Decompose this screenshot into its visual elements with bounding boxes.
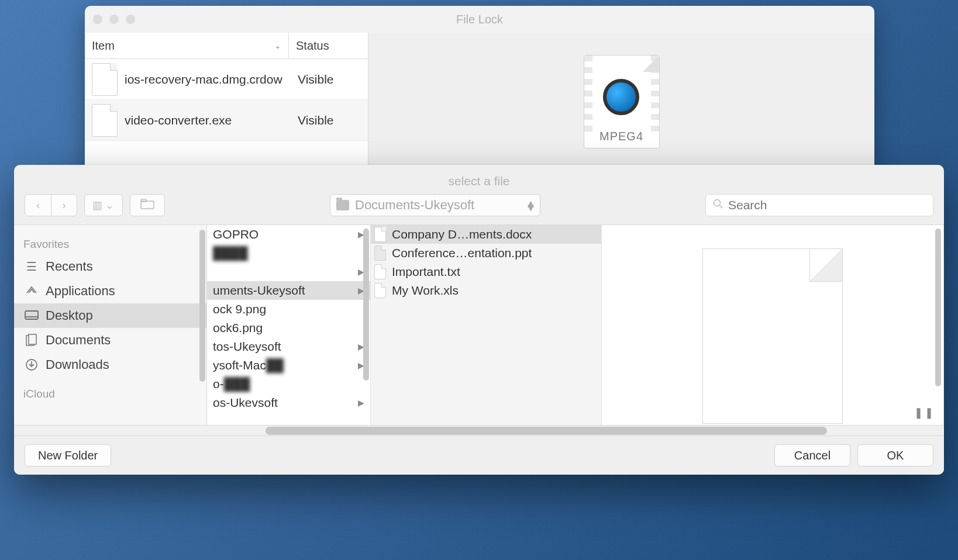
svg-rect-4: [25, 311, 38, 319]
search-input[interactable]: [728, 198, 926, 212]
list-item[interactable]: Company D…ments.docx: [371, 225, 601, 244]
list-item-label: Company D…ments.docx: [392, 227, 532, 241]
list-item[interactable]: o-███: [207, 375, 370, 393]
pause-icon: ❚❚: [914, 406, 935, 419]
dialog-title: select a file: [14, 165, 944, 194]
scrollbar[interactable]: [935, 229, 941, 386]
dialog-footer: New Folder Cancel OK: [14, 435, 944, 475]
sidebar-item-applications[interactable]: Applications: [14, 279, 206, 303]
minimize-icon[interactable]: [109, 15, 119, 24]
nav-segment: ‹ ›: [25, 194, 77, 216]
sidebar-item-downloads[interactable]: Downloads: [14, 352, 206, 377]
column-1: GOPRO▶ ████ ▶ uments-Ukeysoft▶ ock 9.png…: [207, 225, 371, 425]
file-name: ios-recovery-mac.dmg.crdow: [125, 72, 298, 87]
path-label: Documents-Ukeysoft: [355, 198, 522, 213]
chevron-right-icon: ▶: [358, 398, 364, 407]
list-item[interactable]: ysoft-Mac██▶: [207, 356, 370, 375]
list-item[interactable]: uments-Ukeysoft▶: [207, 281, 370, 300]
file-icon: [92, 104, 118, 137]
list-item-label: Conference…entation.ppt: [392, 246, 532, 260]
list-item[interactable]: My Work.xls: [371, 281, 601, 300]
list-item[interactable]: ock 9.png: [207, 300, 370, 319]
list-item[interactable]: Conference…entation.ppt: [371, 244, 601, 262]
list-item-label: ock 9.png: [213, 302, 266, 316]
list-item-label: os-Ukevsoft: [213, 396, 278, 410]
column-headers: Item ⌄ Status: [85, 33, 368, 59]
updown-icon: ▴▾: [528, 201, 534, 209]
column-header-item[interactable]: Item ⌄: [85, 33, 289, 58]
column-header-item-label: Item: [92, 39, 115, 53]
list-item[interactable]: Important.txt: [371, 262, 601, 281]
svg-rect-1: [141, 199, 146, 202]
file-name: video-converter.exe: [125, 113, 298, 127]
sidebar-heading-icloud: iCloud: [14, 385, 206, 404]
search-field[interactable]: [705, 194, 933, 216]
folder-icon: [140, 199, 154, 212]
sidebar: Favorites ☰ Recents Applications Desktop: [14, 225, 207, 425]
scrollbar[interactable]: [363, 229, 369, 381]
traffic-lights: [93, 15, 135, 24]
toolbar: ‹ › ▥ ⌄ Documents-Ukeysoft ▴▾: [14, 194, 944, 224]
search-icon: [713, 199, 723, 212]
document-icon: [374, 264, 386, 279]
downloads-icon: [25, 359, 39, 371]
close-icon[interactable]: [93, 15, 102, 24]
list-item-label: uments-Ukeysoft: [213, 284, 305, 298]
list-item-label: o-███: [213, 377, 250, 391]
mpeg4-preview: MPEG4: [584, 55, 660, 148]
preview-pane: ❚❚: [602, 225, 944, 425]
sidebar-item-desktop[interactable]: Desktop: [14, 303, 206, 328]
path-dropdown[interactable]: Documents-Ukeysoft ▴▾: [330, 194, 540, 216]
document-preview: [702, 248, 843, 424]
new-folder-button[interactable]: New Folder: [25, 444, 111, 466]
list-item[interactable]: tos-Ukeysoft▶: [207, 337, 370, 356]
list-item-label: My Work.xls: [392, 284, 459, 298]
forward-button[interactable]: ›: [51, 195, 77, 216]
browser-body: Favorites ☰ Recents Applications Desktop: [14, 224, 944, 425]
sidebar-item-label: Desktop: [46, 308, 93, 323]
list-item-label: Important.txt: [392, 265, 460, 279]
sidebar-item-recents[interactable]: ☰ Recents: [14, 254, 206, 279]
document-icon: [374, 227, 386, 242]
folder-icon: [336, 200, 349, 210]
group-button[interactable]: [130, 194, 165, 216]
table-row[interactable]: video-converter.exe Visible: [85, 100, 368, 141]
window-title: File Lock: [85, 13, 874, 26]
desktop-icon: [25, 310, 39, 322]
file-status: Visible: [298, 72, 368, 87]
zoom-icon[interactable]: [126, 15, 135, 24]
chevron-down-icon: ⌄: [274, 41, 281, 50]
view-mode-segment: ▥ ⌄: [84, 194, 123, 216]
scrollbar-thumb[interactable]: [266, 427, 827, 435]
ok-button[interactable]: OK: [857, 444, 933, 466]
column-header-status[interactable]: Status: [289, 33, 368, 58]
documents-icon: [25, 334, 39, 346]
svg-line-3: [720, 205, 723, 208]
list-item[interactable]: ock6.png: [207, 319, 370, 337]
sidebar-item-label: Recents: [46, 259, 93, 274]
file-picker-dialog: select a file ‹ › ▥ ⌄ Documents-Ukeysoft…: [14, 165, 944, 475]
horizontal-scrollbar[interactable]: [14, 425, 944, 435]
cancel-button[interactable]: Cancel: [774, 444, 850, 466]
sidebar-item-label: Documents: [46, 333, 111, 348]
button-label: Cancel: [794, 449, 831, 462]
list-item-label: ████: [213, 246, 248, 260]
table-row[interactable]: ios-recovery-mac.dmg.crdow Visible: [85, 59, 368, 100]
list-item-label: ysoft-Mac██: [213, 358, 284, 372]
sidebar-item-documents[interactable]: Documents: [14, 328, 206, 352]
list-item[interactable]: GOPRO▶: [207, 225, 370, 244]
list-item[interactable]: os-Ukevsoft▶: [207, 393, 370, 412]
sidebar-item-label: Downloads: [46, 357, 109, 372]
file-status: Visible: [298, 113, 368, 127]
list-item[interactable]: ████: [207, 244, 370, 262]
recents-icon: ☰: [25, 261, 39, 272]
columns-view-icon: ▥ ⌄: [92, 199, 114, 212]
scrollbar[interactable]: [199, 230, 205, 382]
sidebar-heading-favorites: Favorites: [14, 236, 206, 254]
back-button[interactable]: ‹: [25, 195, 51, 216]
view-mode-button[interactable]: ▥ ⌄: [85, 195, 122, 216]
file-icon: [92, 63, 118, 96]
button-label: OK: [887, 449, 904, 462]
list-item[interactable]: ▶: [207, 262, 370, 281]
document-icon: [374, 283, 386, 298]
